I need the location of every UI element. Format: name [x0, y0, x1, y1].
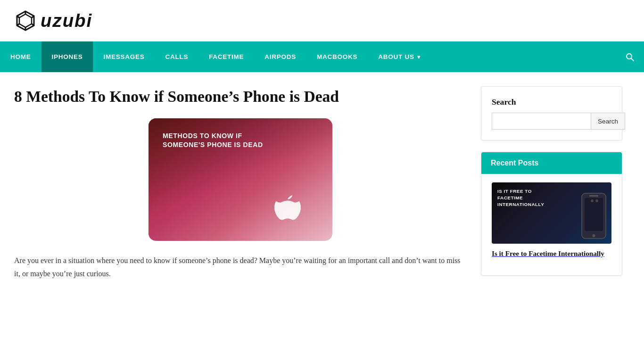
svg-rect-11	[585, 198, 603, 231]
recent-posts-widget: Recent Posts IS IT FREE TO FACETIME INTE…	[481, 152, 622, 276]
search-widget: Search Search	[481, 86, 622, 140]
recent-posts-header: Recent Posts	[481, 152, 622, 174]
page-wrapper: 8 Methods To Know if Someone’s Phone is …	[0, 72, 644, 301]
search-input[interactable]	[492, 113, 591, 130]
nav-link-macbooks[interactable]: MACBOOKS	[306, 41, 368, 72]
recent-post-item: IS IT FREE TO FACETIME INTERNATIONALLY	[492, 182, 611, 258]
featured-image-wrapper: METHODS TO KNOW IF SOMEONE'S PHONE IS DE…	[14, 118, 467, 241]
logo-text: uzubi	[41, 10, 92, 31]
article-paragraph: Are you ever in a situation where you ne…	[14, 254, 467, 281]
svg-rect-13	[589, 195, 598, 197]
svg-marker-1	[19, 14, 32, 27]
svg-point-14	[591, 199, 594, 202]
main-content: 8 Methods To Know if Someone’s Phone is …	[14, 86, 467, 287]
recent-post-link[interactable]: Is it Free to Facetime Internationally	[492, 249, 604, 257]
sidebar: Search Search Recent Posts IS IT FREE TO…	[481, 86, 622, 287]
nav-link-about-us[interactable]: ABOUT US ▼	[368, 41, 432, 72]
article-body: Are you ever in a situation where you ne…	[14, 254, 467, 281]
phone-icon	[581, 192, 607, 241]
nav-link-calls[interactable]: CALLS	[155, 41, 198, 72]
nav-item-about-us[interactable]: ABOUT US ▼	[368, 41, 432, 72]
recent-post-thumb-text: IS IT FREE TO FACETIME INTERNATIONALLY	[497, 188, 554, 208]
nav-search-button[interactable]	[616, 52, 644, 62]
search-widget-label: Search	[492, 97, 611, 107]
search-button[interactable]: Search	[591, 113, 625, 130]
nav-item-iphones[interactable]: IPHONES	[41, 41, 93, 72]
nav-link-airpods[interactable]: AIRPODS	[254, 41, 306, 72]
recent-post-thumbnail: IS IT FREE TO FACETIME INTERNATIONALLY	[492, 182, 611, 244]
svg-point-15	[595, 199, 598, 202]
nav-item-imessages[interactable]: IMESSAGES	[93, 41, 155, 72]
nav-item-calls[interactable]: CALLS	[155, 41, 198, 72]
site-logo[interactable]: uzubi	[14, 9, 92, 32]
svg-point-12	[593, 234, 595, 237]
search-icon	[625, 52, 635, 62]
apple-logo-icon	[271, 194, 304, 227]
about-us-dropdown: ABOUT US ▼	[378, 53, 421, 60]
article-title: 8 Methods To Know if Someone’s Phone is …	[14, 86, 467, 107]
nav-item-macbooks[interactable]: MACBOOKS	[306, 41, 368, 72]
logo-icon	[14, 9, 37, 32]
svg-line-9	[631, 58, 634, 61]
nav-item-home[interactable]: HOME	[0, 41, 41, 72]
chevron-down-icon: ▼	[416, 54, 422, 60]
featured-image: METHODS TO KNOW IF SOMEONE'S PHONE IS DE…	[149, 118, 332, 241]
nav-link-imessages[interactable]: IMESSAGES	[93, 41, 155, 72]
site-header: uzubi	[0, 0, 644, 41]
recent-post-title: Is it Free to Facetime Internationally	[492, 249, 604, 257]
main-navigation: HOME IPHONES IMESSAGES CALLS FACETIME AI…	[0, 41, 644, 72]
image-text: METHODS TO KNOW IF SOMEONE'S PHONE IS DE…	[163, 132, 263, 150]
nav-link-home[interactable]: HOME	[0, 41, 41, 72]
search-form: Search	[492, 113, 611, 130]
nav-item-facetime[interactable]: FACETIME	[198, 41, 254, 72]
nav-link-facetime[interactable]: FACETIME	[198, 41, 254, 72]
nav-link-iphones[interactable]: IPHONES	[41, 41, 93, 72]
nav-item-airpods[interactable]: AIRPODS	[254, 41, 306, 72]
